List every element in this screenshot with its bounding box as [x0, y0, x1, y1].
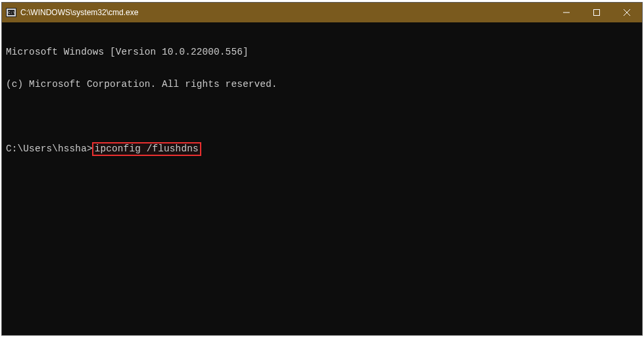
cmd-window: C:\ C:\WINDOWS\system32\cmd.exe	[1, 2, 643, 336]
close-icon	[624, 9, 630, 16]
cmd-icon: C:\	[6, 8, 16, 17]
titlebar-controls	[551, 3, 642, 22]
maximize-icon	[593, 9, 600, 16]
minimize-icon	[563, 9, 570, 16]
close-button[interactable]	[612, 3, 642, 22]
blank-line	[6, 112, 638, 122]
titlebar-left: C:\ C:\WINDOWS\system32\cmd.exe	[6, 8, 138, 17]
maximize-button[interactable]	[582, 3, 612, 22]
terminal-body[interactable]: Microsoft Windows [Version 10.0.22000.55…	[2, 22, 642, 182]
command-text: ipconfig /flushdns	[95, 143, 199, 154]
minimize-button[interactable]	[551, 3, 582, 22]
window-title: C:\WINDOWS\system32\cmd.exe	[20, 8, 138, 17]
titlebar[interactable]: C:\ C:\WINDOWS\system32\cmd.exe	[2, 3, 642, 22]
prompt-line: C:\Users\hssha>ipconfig /flushdns	[6, 143, 638, 157]
copyright-line: (c) Microsoft Corporation. All rights re…	[6, 79, 638, 90]
version-line: Microsoft Windows [Version 10.0.22000.55…	[6, 47, 638, 57]
highlighted-command: ipconfig /flushdns	[92, 142, 201, 155]
svg-rect-1	[594, 10, 600, 16]
prompt-text: C:\Users\hssha>	[6, 143, 93, 154]
